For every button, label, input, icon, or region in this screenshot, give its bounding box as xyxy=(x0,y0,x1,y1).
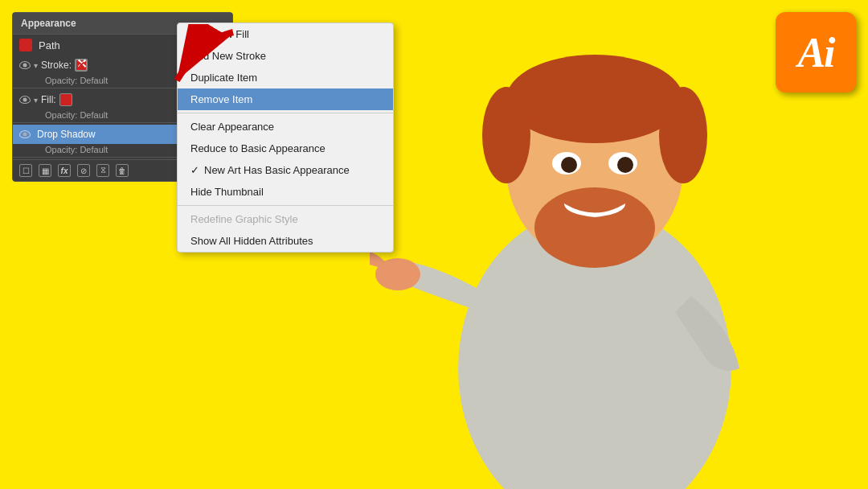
menu-item-clear-appearance[interactable]: Clear Appearance xyxy=(178,116,393,138)
svg-point-5 xyxy=(482,87,530,183)
menu-item-label: New Art Has Basic Appearance xyxy=(204,164,350,176)
menu-item-reduce-basic[interactable]: Reduce to Basic Appearance xyxy=(178,138,393,159)
stroke-label: Stroke: xyxy=(41,60,72,71)
menu-item-label: Reduce to Basic Appearance xyxy=(190,142,326,154)
stroke-swatch[interactable]: ✕ xyxy=(75,59,88,72)
menu-item-label: Hide Thumbnail xyxy=(190,186,264,198)
duplicate-button[interactable]: ⊘ xyxy=(77,164,90,177)
delete-button[interactable]: 🗑 xyxy=(116,164,129,177)
drop-shadow-opacity-label: Opacity: Default xyxy=(45,145,108,154)
move-up-button[interactable]: ⧖ xyxy=(96,164,109,177)
fill-swatch[interactable] xyxy=(59,93,72,106)
fx-button[interactable]: fx xyxy=(58,164,71,177)
menu-item-label: Show All Hidden Attributes xyxy=(190,235,313,247)
fill-visibility-icon[interactable] xyxy=(19,96,31,104)
menu-divider-2 xyxy=(178,205,393,206)
menu-item-label: Redefine Graphic Style xyxy=(190,213,298,225)
checkmark-icon: ✓ xyxy=(190,164,199,176)
panel-title: Appearance xyxy=(21,18,76,29)
menu-item-hide-thumbnail[interactable]: Hide Thumbnail xyxy=(178,181,393,203)
fill-label: Fill: xyxy=(41,94,56,105)
drop-shadow-label: Drop Shadow xyxy=(37,129,96,140)
panel-menu-button[interactable]: ▦ xyxy=(39,164,51,177)
fill-opacity-label: Opacity: Default xyxy=(45,110,108,120)
new-layer-button[interactable]: ☐ xyxy=(19,164,32,177)
svg-point-4 xyxy=(506,55,683,143)
svg-point-9 xyxy=(561,157,577,173)
menu-item-new-art-basic[interactable]: ✓ New Art Has Basic Appearance xyxy=(178,159,393,181)
person-svg xyxy=(370,6,820,489)
menu-item-show-hidden[interactable]: Show All Hidden Attributes xyxy=(178,230,393,252)
menu-divider-1 xyxy=(178,113,393,113)
red-arrow xyxy=(153,24,249,108)
path-label: Path xyxy=(39,39,60,51)
svg-point-6 xyxy=(659,87,707,183)
stroke-opacity-label: Opacity: Default xyxy=(45,76,108,85)
menu-item-label: Clear Appearance xyxy=(190,121,274,133)
stroke-visibility-icon[interactable] xyxy=(19,61,31,69)
svg-point-10 xyxy=(617,157,633,173)
menu-item-redefine-style: Redefine Graphic Style xyxy=(178,208,393,230)
path-icon xyxy=(19,39,32,51)
fill-chevron: ▾ xyxy=(34,96,38,105)
stroke-chevron: ▾ xyxy=(34,61,38,70)
svg-point-11 xyxy=(534,187,655,268)
person-image xyxy=(370,6,820,489)
drop-shadow-visibility-icon[interactable] xyxy=(19,130,31,138)
